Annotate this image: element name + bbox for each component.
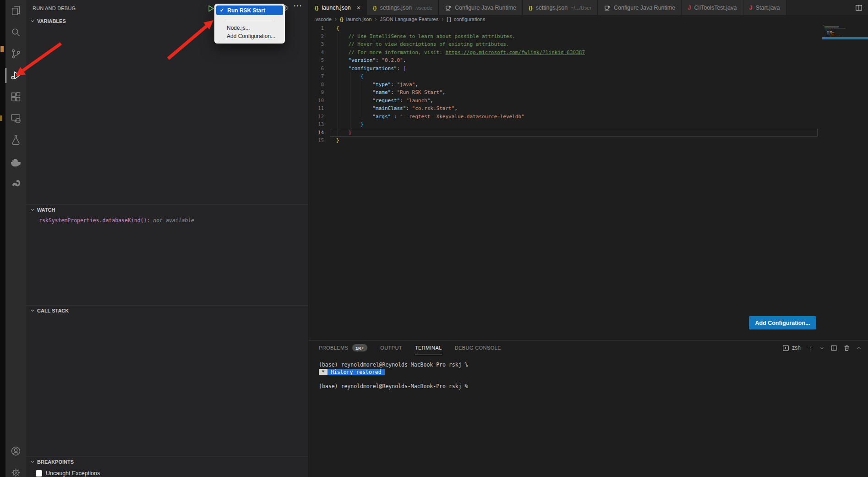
indent-guide xyxy=(338,72,338,81)
activity-bar-accounts[interactable] xyxy=(5,440,26,462)
search-icon xyxy=(10,27,22,38)
line-number[interactable]: 6 xyxy=(309,65,324,73)
code-editor[interactable]: 1{2 // Use IntelliSense to learn about p… xyxy=(309,24,868,145)
activity-bar-run-and-debug[interactable] xyxy=(5,65,26,86)
activity-bar-remote-explorer[interactable] xyxy=(5,108,26,129)
new-terminal-icon[interactable] xyxy=(807,345,813,351)
line-number[interactable]: 10 xyxy=(309,97,324,105)
menu-item-nodejs[interactable]: Node.js... xyxy=(216,24,283,32)
terminal-controls: zsh xyxy=(782,340,862,355)
line-number[interactable]: 8 xyxy=(309,81,324,89)
launch-profile-icon[interactable] xyxy=(782,345,789,351)
kill-terminal-icon[interactable] xyxy=(843,345,850,351)
indent-guide xyxy=(338,56,338,65)
code-line-3[interactable]: 3 // Hover to view descriptions of exist… xyxy=(309,40,868,49)
panel-tab-terminal[interactable]: TERMINAL xyxy=(415,340,442,355)
split-terminal-icon[interactable] xyxy=(830,345,837,351)
uncaught-exceptions-checkbox[interactable] xyxy=(36,470,42,477)
code-line-1[interactable]: 1{ xyxy=(309,24,868,33)
code-line-7[interactable]: 7 { xyxy=(309,72,868,81)
activity-bar-settings[interactable] xyxy=(5,462,26,477)
code-text: { xyxy=(336,72,364,81)
line-number[interactable]: 3 xyxy=(309,40,324,49)
activity-bar-explorer[interactable] xyxy=(5,0,26,22)
close-icon[interactable]: × xyxy=(357,5,360,11)
line-number[interactable]: 9 xyxy=(309,88,324,97)
editor-tab-bar: {}launch.json×{}settings.json.vscodeConf… xyxy=(309,0,868,15)
activity-bar-gradle[interactable] xyxy=(5,172,26,194)
code-line-10[interactable]: 10 "request": "launch", xyxy=(309,97,868,105)
line-number[interactable]: 7 xyxy=(309,72,324,81)
activity-bar-search[interactable] xyxy=(5,22,26,43)
panel-tab-output[interactable]: OUTPUT xyxy=(380,340,402,355)
code-line-14[interactable]: 14 ] xyxy=(309,129,868,137)
panel-tab-problems[interactable]: PROBLEMS 1K+ xyxy=(319,340,367,355)
tab-clitoolstest-java[interactable]: JCliToolsTest.java xyxy=(682,0,743,15)
minimap[interactable] xyxy=(822,25,868,46)
line-number[interactable]: 13 xyxy=(309,121,324,129)
code-line-13[interactable]: 13 } xyxy=(309,121,868,129)
breadcrumb-item[interactable]: JSON Language Features xyxy=(380,16,438,22)
tab-configure-java-runtime[interactable]: Configure Java Runtime xyxy=(598,0,682,15)
tab-settings-json[interactable]: {}settings.json.vscode xyxy=(367,0,439,15)
tab-settings-json[interactable]: {}settings.json~/.../User xyxy=(523,0,598,15)
indent-guide xyxy=(350,113,350,121)
breakpoints-section-header[interactable]: BREAKPOINTS xyxy=(26,457,308,467)
activity-bar xyxy=(5,0,26,477)
code-line-2[interactable]: 2 // Use IntelliSense to learn about pos… xyxy=(309,33,868,41)
terminal-history-line: *History restored xyxy=(319,369,468,376)
background-artifact xyxy=(0,115,2,121)
tab-launch-json[interactable]: {}launch.json× xyxy=(309,0,367,15)
menu-item-run-rsk-start[interactable]: ✓ Run RSK Start xyxy=(216,5,283,15)
line-number[interactable]: 4 xyxy=(309,49,324,57)
indent-guide xyxy=(350,81,350,89)
code-text: } xyxy=(336,137,339,145)
activity-bar-source-control[interactable] xyxy=(5,43,26,65)
code-line-11[interactable]: 11 "mainClass": "co.rsk.Start", xyxy=(309,104,868,113)
code-line-6[interactable]: 6 "configurations": [ xyxy=(309,65,868,73)
call-stack-section-header[interactable]: CALL STACK xyxy=(26,306,308,316)
breadcrumb-item[interactable]: configurations xyxy=(454,16,486,22)
tab-label: launch.json xyxy=(322,5,351,11)
code-line-4[interactable]: 4 // For more information, visit: https:… xyxy=(309,49,868,57)
watch-section: WATCH rskSystemProperties.databaseKind()… xyxy=(26,204,308,224)
terminal-dropdown-chevron-icon[interactable] xyxy=(819,345,824,351)
split-editor-button[interactable] xyxy=(850,0,868,15)
tab-configure-java-runtime[interactable]: Configure Java Runtime xyxy=(439,0,523,15)
code-line-8[interactable]: 8 "type": "java", xyxy=(309,81,868,89)
watch-expression[interactable]: rskSystemProperties.databaseKind(): not … xyxy=(26,217,308,224)
line-number[interactable]: 2 xyxy=(309,33,324,41)
line-number[interactable]: 12 xyxy=(309,113,324,121)
panel-tab-debug-console[interactable]: DEBUG CONSOLE xyxy=(455,340,501,355)
activity-bar-extensions[interactable] xyxy=(5,86,26,108)
menu-item-add-configuration[interactable]: Add Configuration... xyxy=(216,32,283,40)
code-text: ] xyxy=(336,129,351,137)
terminal-output[interactable]: (base) reynoldmorel@Reynolds-MacBook-Pro… xyxy=(319,362,468,390)
more-actions-button[interactable]: ··· xyxy=(294,2,302,10)
maximize-panel-icon[interactable] xyxy=(856,345,862,351)
breadcrumb-item[interactable]: .vscode xyxy=(314,16,332,22)
line-number[interactable]: 5 xyxy=(309,56,324,65)
line-number[interactable]: 15 xyxy=(309,137,324,145)
line-number[interactable]: 14 xyxy=(309,129,324,137)
tab-start-java[interactable]: JStart.java xyxy=(743,0,786,15)
code-line-9[interactable]: 9 "name": "Run RSK Start", xyxy=(309,88,868,97)
add-configuration-button[interactable]: Add Configuration... xyxy=(749,316,816,329)
breakpoints-section: BREAKPOINTS Uncaught Exceptions xyxy=(26,456,308,477)
call-stack-section: CALL STACK xyxy=(26,305,308,316)
indent-guide xyxy=(350,104,350,113)
start-debugging-button[interactable] xyxy=(207,5,215,12)
breadcrumb-separator-icon: › xyxy=(335,16,337,22)
line-number[interactable]: 1 xyxy=(309,24,324,33)
code-line-5[interactable]: 5 "version": "0.2.0", xyxy=(309,56,868,65)
line-number[interactable]: 11 xyxy=(309,104,324,113)
code-line-12[interactable]: 12 "args" : "--regtest -Xkeyvalue.dataso… xyxy=(309,113,868,121)
breadcrumb-item[interactable]: launch.json xyxy=(346,16,372,22)
activity-bar-docker[interactable] xyxy=(5,151,26,172)
code-line-15[interactable]: 15} xyxy=(309,137,868,145)
indent-guide xyxy=(350,97,350,105)
watch-section-header[interactable]: WATCH xyxy=(26,205,308,215)
activity-bar-testing[interactable] xyxy=(5,129,26,151)
chevron-down-icon xyxy=(29,18,36,24)
menu-separator xyxy=(225,20,273,20)
